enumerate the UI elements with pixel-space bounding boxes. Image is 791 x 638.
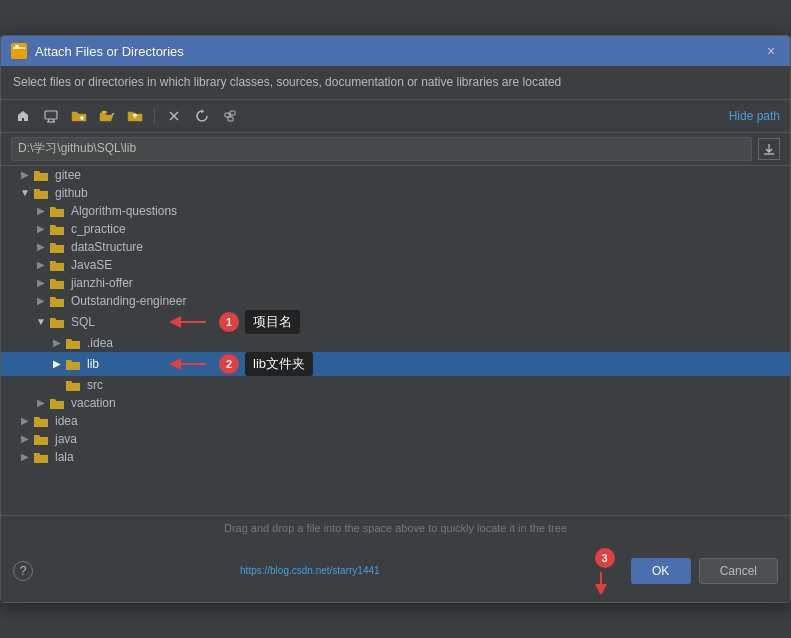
tree-arrow: ▶	[17, 415, 33, 426]
tree-item-label: jianzhi-offer	[71, 276, 133, 290]
tree-arrow: ▶	[33, 241, 49, 252]
folder-icon	[33, 168, 51, 182]
annotation-3-container: 3	[587, 548, 615, 594]
tree-item-label: github	[55, 186, 88, 200]
annotation-arrow-3	[591, 570, 611, 594]
svg-rect-2	[15, 45, 19, 48]
monitor-button[interactable]	[39, 105, 63, 127]
toolbar-separator-1	[154, 107, 155, 125]
tree-item-label: lala	[55, 450, 74, 464]
tree-item-label: JavaSE	[71, 258, 112, 272]
open-folder-button[interactable]	[95, 105, 119, 127]
tree-item-label: SQL	[71, 315, 95, 329]
svg-rect-1	[13, 49, 25, 56]
annotation-badge-3: 3	[595, 548, 615, 568]
title-bar-left: Attach Files or Directories	[11, 43, 184, 59]
title-bar: Attach Files or Directories ×	[1, 36, 790, 66]
svg-rect-13	[228, 117, 233, 121]
folder-icon	[49, 396, 67, 410]
folder-icon	[49, 258, 67, 272]
tree-item-src[interactable]: src	[1, 376, 790, 394]
tree-item-jianzhi[interactable]: ▶ jianzhi-offer	[1, 274, 790, 292]
tree-item-label: vacation	[71, 396, 116, 410]
toolbar: Hide path	[1, 100, 790, 133]
tree-item-outstanding[interactable]: ▶ Outstanding-engineer	[1, 292, 790, 310]
tree-arrow: ▶	[49, 337, 65, 348]
tree-arrow: ▶	[33, 259, 49, 270]
path-bar	[1, 133, 790, 166]
tree-item-github[interactable]: ▼ github	[1, 184, 790, 202]
folder-icon	[65, 357, 83, 371]
folder-icon	[49, 222, 67, 236]
path-download-button[interactable]	[758, 138, 780, 160]
dialog-title: Attach Files or Directories	[35, 44, 184, 59]
tree-item-java[interactable]: ▶ java	[1, 430, 790, 448]
dialog-description: Select files or directories in which lib…	[1, 66, 790, 100]
delete-button[interactable]	[162, 105, 186, 127]
footer: ? https://blog.csdn.net/starry1441 3 OK …	[1, 540, 790, 602]
tree-item-idea-top[interactable]: ▶ idea	[1, 412, 790, 430]
new-folder-button[interactable]	[67, 105, 91, 127]
tree-item-label: lib	[87, 357, 99, 371]
tree-item-algorithm[interactable]: ▶ Algorithm-questions	[1, 202, 790, 220]
folder-icon	[49, 276, 67, 290]
folder-icon	[49, 315, 67, 329]
annotation-badge-2: 2	[219, 354, 239, 374]
file-tree[interactable]: ▶ gitee ▼ github ▶ Algorithm-questions	[1, 166, 790, 516]
tree-arrow: ▶	[33, 397, 49, 408]
expand-button[interactable]	[218, 105, 242, 127]
refresh-button[interactable]	[190, 105, 214, 127]
tree-arrow: ▶	[17, 433, 33, 444]
tree-item-gitee[interactable]: ▶ gitee	[1, 166, 790, 184]
tree-item-sql-row: ▼ SQL 1 项目名	[1, 310, 790, 334]
tree-item-sql[interactable]: ▼ SQL	[1, 313, 161, 331]
help-button[interactable]: ?	[13, 561, 33, 581]
ok-button[interactable]: OK	[631, 558, 691, 584]
footer-right: 3 OK Cancel	[587, 548, 778, 594]
tree-arrow: ▶	[33, 277, 49, 288]
folder-icon	[65, 378, 83, 392]
cancel-button[interactable]: Cancel	[699, 558, 778, 584]
folder-icon	[33, 432, 51, 446]
hide-path-button[interactable]: Hide path	[729, 109, 780, 123]
attach-files-dialog: Attach Files or Directories × Select fil…	[0, 35, 791, 603]
drag-drop-hint: Drag and drop a file into the space abov…	[1, 516, 790, 540]
toolbar-buttons	[11, 105, 242, 127]
folder-icon	[49, 294, 67, 308]
tree-item-label: gitee	[55, 168, 81, 182]
tree-arrow: ▶	[17, 169, 33, 180]
annotation-label-2: lib文件夹	[245, 352, 313, 376]
svg-rect-12	[230, 111, 235, 115]
tree-item-lala[interactable]: ▶ lala	[1, 448, 790, 466]
tree-arrow: ▶	[49, 358, 65, 369]
annotation-badge-1: 1	[219, 312, 239, 332]
tree-item-label: src	[87, 378, 103, 392]
tree-item-label: Algorithm-questions	[71, 204, 177, 218]
tree-arrow: ▼	[33, 316, 49, 327]
folder-icon	[65, 336, 83, 350]
tree-arrow: ▶	[33, 205, 49, 216]
footer-buttons: OK Cancel	[631, 558, 778, 584]
tree-item-javase[interactable]: ▶ JavaSE	[1, 256, 790, 274]
close-button[interactable]: ×	[762, 42, 780, 60]
folder-icon	[33, 414, 51, 428]
watermark: https://blog.csdn.net/starry1441	[240, 565, 380, 576]
tree-item-c-practice[interactable]: ▶ c_practice	[1, 220, 790, 238]
tree-arrow: ▶	[17, 451, 33, 462]
tree-item-label: java	[55, 432, 77, 446]
tree-item-vacation[interactable]: ▶ vacation	[1, 394, 790, 412]
tree-item-idea[interactable]: ▶ .idea	[1, 334, 790, 352]
folder-up-button[interactable]	[123, 105, 147, 127]
tree-item-datastructure[interactable]: ▶ dataStructure	[1, 238, 790, 256]
annotation-arrow-1	[161, 312, 211, 332]
folder-icon	[49, 240, 67, 254]
dialog-icon	[11, 43, 27, 59]
tree-arrow: ▶	[33, 295, 49, 306]
folder-icon	[33, 450, 51, 464]
tree-item-label: .idea	[87, 336, 113, 350]
home-button[interactable]	[11, 105, 35, 127]
tree-item-lib[interactable]: ▶ lib	[1, 355, 161, 373]
tree-arrow: ▶	[33, 223, 49, 234]
tree-arrow: ▼	[17, 187, 33, 198]
path-input[interactable]	[11, 137, 752, 161]
